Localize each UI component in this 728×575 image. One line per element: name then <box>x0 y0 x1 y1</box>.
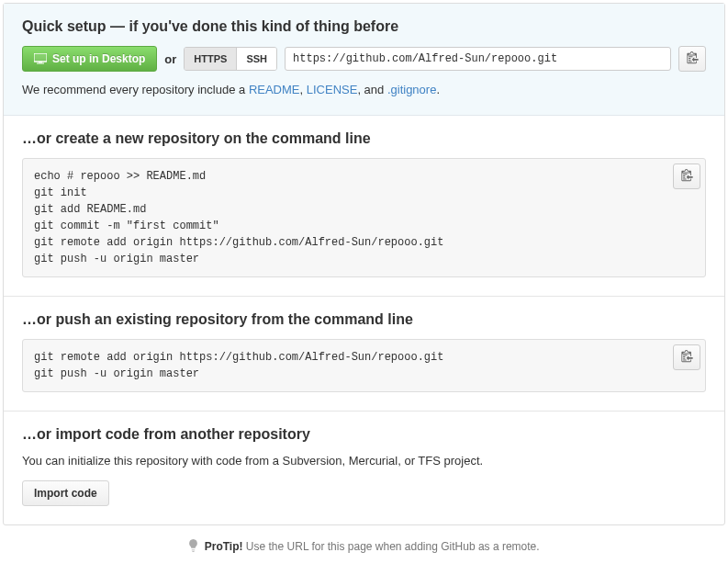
clipboard-icon <box>681 169 693 185</box>
svg-rect-1 <box>35 54 45 60</box>
push-repo-section: …or push an existing repository from the… <box>4 297 724 412</box>
clone-url-input[interactable] <box>285 47 671 71</box>
clipboard-icon <box>687 51 699 67</box>
gitignore-link[interactable]: .gitignore <box>387 83 436 96</box>
desktop-icon <box>34 53 47 64</box>
import-code-button[interactable]: Import code <box>22 480 109 506</box>
comma1: , <box>300 83 307 96</box>
svg-rect-2 <box>39 62 42 63</box>
push-repo-title: …or push an existing repository from the… <box>22 311 706 328</box>
copy-create-code-button[interactable] <box>673 163 700 189</box>
protip-label: ProTip! <box>205 540 243 553</box>
create-repo-title: …or create a new repository on the comma… <box>22 130 706 147</box>
copy-url-button[interactable] <box>678 46 706 72</box>
comma2: , and <box>357 83 387 96</box>
push-repo-code: git remote add origin https://github.com… <box>22 339 706 392</box>
setup-desktop-label: Set up in Desktop <box>52 52 145 65</box>
protip: ProTip! Use the URL for this page when a… <box>0 528 728 558</box>
recommend-text: We recommend every repository include a … <box>22 83 706 96</box>
quick-setup-title: Quick setup — if you've done this kind o… <box>22 18 706 35</box>
https-toggle[interactable]: HTTPS <box>185 48 236 70</box>
setup-desktop-button[interactable]: Set up in Desktop <box>22 46 157 72</box>
copy-push-code-button[interactable] <box>673 344 700 370</box>
clipboard-icon <box>681 350 693 366</box>
import-repo-text: You can initialize this repository with … <box>22 454 706 468</box>
period: . <box>436 83 440 96</box>
ssh-toggle[interactable]: SSH <box>236 48 276 70</box>
license-link[interactable]: LICENSE <box>307 83 358 96</box>
quick-setup-section: Quick setup — if you've done this kind o… <box>4 4 724 116</box>
or-text: or <box>164 52 176 66</box>
protip-text: Use the URL for this page when adding Gi… <box>243 540 540 553</box>
create-repo-section: …or create a new repository on the comma… <box>4 116 724 297</box>
import-repo-section: …or import code from another repository … <box>4 412 724 524</box>
lightbulb-icon <box>188 540 201 553</box>
create-repo-code: echo # repooo >> README.md git init git … <box>22 158 706 277</box>
setup-row: Set up in Desktop or HTTPS SSH <box>22 46 706 72</box>
recommend-prefix: We recommend every repository include a <box>22 83 249 96</box>
readme-link[interactable]: README <box>249 83 300 96</box>
protocol-toggle: HTTPS SSH <box>184 47 277 71</box>
svg-rect-3 <box>37 63 44 64</box>
import-repo-title: …or import code from another repository <box>22 426 706 443</box>
